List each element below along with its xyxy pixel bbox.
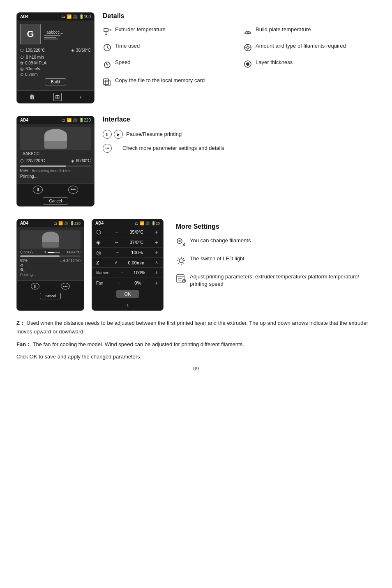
ms-fan-row: Fan − 0% +	[92, 278, 163, 288]
device-2b: AD4 🗂 📶 🎥 🔋220 ⬡220/2...	[16, 219, 84, 311]
detail-speed: Speed	[103, 59, 235, 71]
ms-extruder-icon: ⬡	[96, 229, 104, 235]
ms-filament-plus[interactable]: +	[154, 269, 159, 276]
adjust-ms-icon	[176, 273, 187, 286]
ms-speed-minus[interactable]: −	[115, 249, 120, 256]
interface-more-text: Check more parameter settings and detail…	[122, 145, 224, 152]
device-3-header: AD4 🗂 📶 🎥 🔋20	[92, 219, 163, 227]
ms-speed-val: 100%	[131, 250, 143, 255]
svg-point-23	[246, 62, 249, 66]
device-2b-cancel: Cancel	[17, 292, 84, 301]
details-title: Details	[103, 12, 376, 20]
device-1: AD4 🗂 📶 🎥 🔋100 G aabbcc...	[16, 12, 95, 103]
ms-filament-minus[interactable]: −	[120, 269, 125, 276]
ms-ok-button[interactable]: OK	[116, 290, 139, 298]
ms-filament-val: 100%	[134, 270, 145, 275]
ms-extruder-plus[interactable]: +	[154, 229, 159, 235]
wifi-icon-2b: 📶	[58, 221, 63, 225]
camera-icon-2: 🎥	[73, 118, 78, 122]
detail-time: Time used	[103, 43, 235, 54]
device-1-icons: 🗂 📶 🎥 🔋100	[61, 14, 91, 19]
extruder-temp-1: ⬡ 100/220°C	[20, 48, 45, 53]
ms-buildplate-val: 37/0°C	[129, 240, 143, 245]
layer-detail-icon	[243, 60, 252, 71]
ms-adjust-item: Adjust printing parameters: extruder tem…	[176, 273, 376, 288]
copy-detail-icon	[103, 78, 112, 89]
layer-icon-1: ⊙	[20, 72, 23, 77]
detail-filament: Amount and type of filaments required	[243, 43, 376, 54]
filament-detail-text: Amount and type of filaments required	[256, 43, 346, 50]
device-2-thumbnail	[20, 127, 91, 150]
ms-buildplate-plus[interactable]: +	[154, 239, 159, 246]
progress-bar-fill	[20, 165, 66, 167]
pause-circle: ⏸	[103, 130, 112, 139]
device-2-header: AD4 🗂 📶 🎥 🔋220	[17, 116, 94, 124]
device-3-title: AD4	[95, 221, 104, 225]
more-settings-title: More Settings	[176, 223, 376, 230]
camera-icon-3: 🎥	[145, 221, 150, 225]
device-2-body: AABBCC... ⬡ 220/220°C ◈ 60/60°C 65%	[17, 124, 94, 183]
sd-icon-3: 🗂	[135, 221, 138, 225]
filament-row-1: ✿ 0.09 M PLA	[20, 61, 91, 65]
battery-icon-2: 🔋220	[79, 118, 91, 122]
pause-icon[interactable]: ⏸	[33, 186, 43, 194]
ms-z-down[interactable]: ∨	[113, 260, 118, 265]
pause-icon-2b[interactable]: ⏸	[31, 283, 39, 289]
back-icon-1[interactable]: ‹	[80, 94, 82, 100]
ms-fan-plus[interactable]: +	[154, 280, 159, 286]
bottom-text-ok: Click OK to save and apply the changed p…	[16, 353, 376, 361]
device-2b-thumbnail	[20, 230, 81, 249]
layer-detail-text: Layer thickness	[256, 59, 293, 66]
printing-status-2b: Printing...	[20, 273, 81, 277]
device-1-title: AD4	[20, 14, 28, 19]
buildplate-icon-2: ◈	[71, 158, 74, 163]
build-temp-2: ◈ 60/60°C	[71, 158, 91, 163]
filament-change-row: ♻	[20, 263, 81, 267]
detail-layer: Layer thickness	[243, 59, 376, 71]
svg-point-11	[247, 46, 249, 49]
ellipsis-circle: •••	[103, 144, 112, 153]
z-desc: Used when the distance needs to be adjus…	[16, 320, 368, 335]
ms-speed-plus[interactable]: +	[154, 249, 159, 256]
cancel-button[interactable]: Cancel	[43, 198, 68, 204]
svg-line-38	[183, 258, 184, 259]
led-slider	[48, 252, 60, 253]
trash-icon[interactable]: 🗑	[29, 94, 35, 100]
adjust-ms-text: Adjust printing parameters: extruder tem…	[190, 273, 376, 288]
ms-fan-val: 0%	[134, 280, 141, 285]
build-button[interactable]: Build	[45, 78, 66, 85]
fan-label: Fan：	[16, 341, 31, 347]
page-number: 09	[16, 365, 376, 372]
ms-buildplate-minus[interactable]: −	[114, 239, 119, 246]
device-1-header: AD4 🗂 📶 🎥 🔋100	[17, 13, 94, 21]
battery-icon-3: 🔋20	[151, 221, 160, 225]
device-2b-temps: ⬡220/2... ☀ 60/60°C	[20, 250, 81, 254]
svg-line-36	[178, 258, 179, 259]
more-settings-panel: More Settings You can change filaments	[176, 219, 376, 311]
buildplate-icon-1: ◈	[71, 48, 74, 53]
svg-marker-4	[105, 34, 107, 36]
extruder-icon-small: ⬡220/2...	[20, 250, 37, 254]
svg-line-9	[107, 48, 109, 48]
more-icon[interactable]: •••	[68, 186, 78, 194]
ms-extruder-val: 35/0°C	[129, 230, 143, 234]
sun-icon: ☀	[44, 250, 60, 254]
ms-extruder-minus[interactable]: −	[114, 229, 119, 235]
extruder-temp-2: ⬡ 220/220°C	[20, 158, 45, 163]
ms-fan-minus[interactable]: −	[117, 280, 122, 286]
copy-icon-footer[interactable]: ⊞	[53, 93, 62, 101]
filament-change-ms-icon	[176, 237, 187, 250]
ms-filament-item: You can change filaments	[176, 237, 376, 250]
device-2-footer: ⏸ •••	[17, 183, 94, 196]
interface-pause-text: Pause/Resume printing	[126, 131, 182, 138]
device-2b-body: ⬡220/2... ☀ 60/60°C 65% ...e:2h18min	[17, 227, 84, 280]
device-1-footer: 🗑 ⊞ ‹	[17, 90, 94, 103]
ms-z-up[interactable]: ∧	[154, 260, 159, 265]
more-icon-2b[interactable]: •••	[61, 283, 70, 289]
extruder-icon-2: ⬡	[20, 158, 24, 163]
resume-circle: ▶	[114, 130, 123, 139]
ms-back-icon[interactable]: ‹	[92, 300, 163, 310]
device-1-body: G aabbcc... ⬡ 100/220°C	[17, 21, 94, 90]
filename-2: AABBCC...	[23, 152, 91, 156]
cancel-button-2b[interactable]: Cancel	[40, 293, 60, 299]
